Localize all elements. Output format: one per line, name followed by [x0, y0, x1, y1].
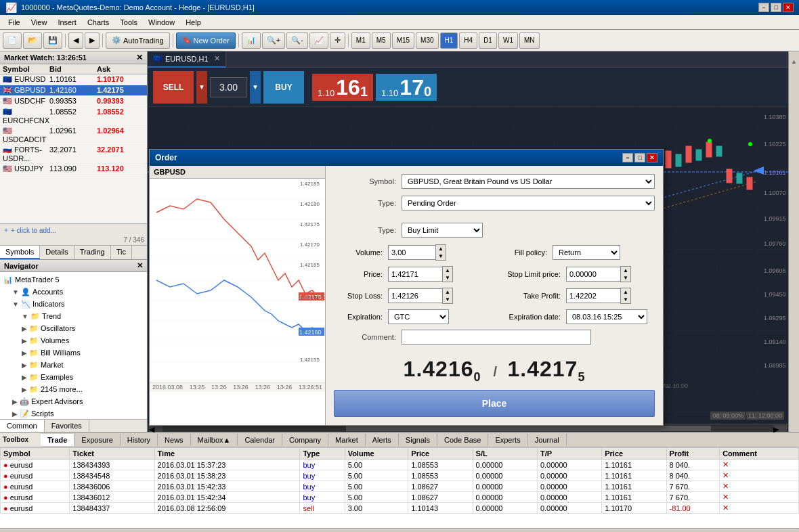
- zoom-in-button[interactable]: 🔍+: [262, 32, 285, 49]
- expiry-date-select[interactable]: 08.03.16 15:25: [566, 309, 647, 324]
- trade-action-2[interactable]: ✕: [720, 470, 799, 481]
- dialog-minimize[interactable]: −: [622, 153, 633, 162]
- mw-row-eurusd[interactable]: 🇪🇺 EURUSD 1.10161 1.10170: [0, 74, 147, 85]
- place-button[interactable]: Place: [334, 390, 655, 417]
- chart-type-button[interactable]: 📊: [242, 32, 261, 49]
- nav-more[interactable]: ▶ 📁 2145 more...: [1, 383, 146, 395]
- maximize-button[interactable]: □: [771, 3, 781, 12]
- nav-accounts[interactable]: ▼ 👤 Accounts: [1, 286, 146, 298]
- price-up[interactable]: ▲: [443, 267, 452, 274]
- trade-action-1[interactable]: ✕: [720, 460, 799, 470]
- tab-tic[interactable]: Tic: [111, 246, 132, 259]
- sl-up[interactable]: ▲: [443, 288, 452, 296]
- crosshair-button[interactable]: ✛: [330, 32, 345, 49]
- stop-limit-up[interactable]: ▲: [621, 267, 630, 274]
- nav-tab-favorites[interactable]: Favorites: [45, 420, 89, 432]
- tab-company[interactable]: Company: [282, 434, 328, 446]
- period-h4[interactable]: H4: [459, 32, 477, 49]
- mw-row-usdjpy[interactable]: 🇺🇸 USDJPY 113.090 113.120: [0, 164, 147, 175]
- tab-mailbox[interactable]: Mailbox▲: [191, 434, 238, 446]
- period-d1[interactable]: D1: [479, 32, 497, 49]
- period-m5[interactable]: M5: [372, 32, 391, 49]
- trade-row-2[interactable]: ● eurusd 138434548 2016.03.01 15:38:23 b…: [1, 470, 799, 481]
- period-m15[interactable]: M15: [392, 32, 414, 49]
- zoom-out-button[interactable]: 🔍-: [286, 32, 308, 49]
- nav-tab-common[interactable]: Common: [0, 420, 45, 432]
- trade-row-4[interactable]: ● eurusd 138436012 2016.03.01 15:42:34 b…: [1, 492, 799, 503]
- tab-trade[interactable]: Trade: [41, 434, 74, 446]
- menu-charts[interactable]: Charts: [82, 17, 114, 28]
- trade-row-1[interactable]: ● eurusd 138434393 2016.03.01 15:37:23 b…: [1, 460, 799, 470]
- back-button[interactable]: ◀: [68, 32, 83, 49]
- tab-market[interactable]: Market: [328, 434, 366, 446]
- order-type-select[interactable]: Buy Limit: [402, 223, 483, 238]
- menu-tools[interactable]: Tools: [114, 17, 143, 28]
- stop-limit-field[interactable]: [566, 267, 620, 282]
- sl-down[interactable]: ▼: [443, 296, 452, 303]
- mw-row-gbpusd[interactable]: 🇬🇧 GBPUSD 1.42160 1.42175: [0, 85, 147, 96]
- nav-indicators[interactable]: ▼ 📉 Indicators: [1, 298, 146, 310]
- open-button[interactable]: 📂: [23, 32, 42, 49]
- scroll-right[interactable]: ▶: [773, 425, 787, 432]
- price-field[interactable]: [388, 267, 442, 282]
- tab-journal[interactable]: Journal: [528, 434, 567, 446]
- tab-alerts[interactable]: Alerts: [366, 434, 399, 446]
- menu-window[interactable]: Window: [143, 17, 180, 28]
- comment-field[interactable]: [402, 330, 591, 345]
- tp-field[interactable]: [566, 288, 620, 303]
- tab-signals[interactable]: Signals: [399, 434, 437, 446]
- forward-button[interactable]: ▶: [85, 32, 100, 49]
- period-overlay-btn2[interactable]: 11: 12:00:00: [746, 412, 784, 420]
- add-symbol-link[interactable]: ＋ + click to add...: [3, 225, 144, 235]
- scroll-thumb[interactable]: [346, 426, 711, 431]
- close-button[interactable]: ✕: [783, 3, 794, 12]
- mw-row-eurchfcnx[interactable]: 🇪🇺 EURCHFCNX 1.08552 1.08552: [0, 107, 147, 126]
- tab-exposure[interactable]: Exposure: [74, 434, 120, 446]
- tab-symbols[interactable]: Symbols: [0, 246, 40, 259]
- menu-insert[interactable]: Insert: [52, 17, 82, 28]
- buy-button[interactable]: BUY: [263, 71, 304, 104]
- chart-tab-eurusd[interactable]: 🇪🇺 EURUSD,H1 ✕: [148, 51, 226, 68]
- chart-tab-close[interactable]: ✕: [214, 54, 220, 63]
- navigator-close[interactable]: ✕: [137, 261, 143, 270]
- dialog-maximize[interactable]: □: [634, 153, 645, 162]
- tab-code-base[interactable]: Code Base: [437, 434, 488, 446]
- menu-file[interactable]: File: [3, 17, 26, 28]
- tab-news[interactable]: News: [158, 434, 191, 446]
- menu-help[interactable]: Help: [180, 17, 207, 28]
- nav-market[interactable]: ▶ 📁 Market: [1, 359, 146, 371]
- period-m30[interactable]: M30: [416, 32, 438, 49]
- nav-expert-advisors[interactable]: ▶ 🤖 Expert Advisors: [1, 395, 146, 407]
- period-overlay-btn[interactable]: 08: 09:00%: [710, 412, 746, 420]
- mw-row-forts[interactable]: 🇷🇺 FORTS-USDR... 32.2071 32.2071: [0, 145, 147, 164]
- fill-policy-select[interactable]: Return: [553, 245, 620, 260]
- nav-examples[interactable]: ▶ 📁 Examples: [1, 371, 146, 383]
- nav-metatrader5[interactable]: 📊 MetaTrader 5: [1, 273, 146, 286]
- trade-action-3[interactable]: ✕: [720, 481, 799, 492]
- trade-row-5[interactable]: ● eurusd 138484337 2016.03.08 12:56:09 s…: [1, 503, 799, 514]
- tab-experts[interactable]: Experts: [488, 434, 527, 446]
- sl-field[interactable]: [388, 288, 442, 303]
- tab-trading[interactable]: Trading: [74, 246, 111, 259]
- nav-volumes[interactable]: ▶ 📁 Volumes: [1, 334, 146, 347]
- indicators-button[interactable]: 📈: [309, 32, 328, 49]
- nav-trend[interactable]: ▼ 📁 Trend: [1, 310, 146, 322]
- period-mn[interactable]: MN: [519, 32, 540, 49]
- symbol-select[interactable]: GBPUSD, Great Britain Pound vs US Dollar: [402, 174, 655, 189]
- market-watch-close[interactable]: ✕: [136, 53, 143, 62]
- volume-up[interactable]: ▲: [436, 245, 446, 252]
- sell-button[interactable]: SELL: [153, 71, 194, 104]
- trade-action-4[interactable]: ✕: [720, 492, 799, 503]
- volume-input[interactable]: [210, 77, 247, 97]
- type-select[interactable]: Pending Order: [402, 196, 655, 210]
- scroll-track[interactable]: [164, 426, 772, 431]
- menu-view[interactable]: View: [26, 17, 53, 28]
- expiry-select[interactable]: GTC: [388, 309, 449, 324]
- auto-trading-button[interactable]: ⚙️ AutoTrading: [106, 32, 170, 49]
- tab-details[interactable]: Details: [40, 246, 74, 259]
- mw-row-usdcadcit[interactable]: 🇺🇸 USDCADCIT 1.02961 1.02964: [0, 126, 147, 145]
- dialog-close[interactable]: ✕: [647, 153, 657, 162]
- period-h1[interactable]: H1: [440, 32, 458, 49]
- tab-history[interactable]: History: [121, 434, 158, 446]
- buy-arrow-button[interactable]: ▼: [250, 71, 261, 104]
